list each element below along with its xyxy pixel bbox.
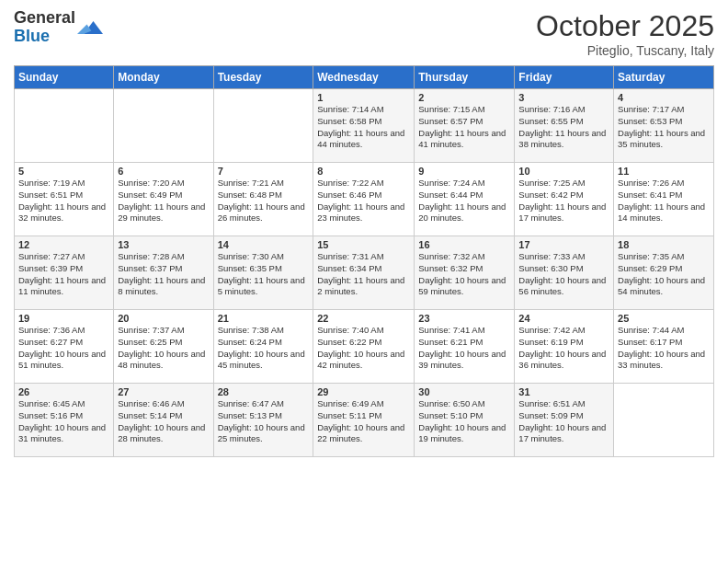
day-number: 14 [218,239,310,250]
day-number: 6 [118,166,209,177]
day-info: Sunrise: 7:37 AM Sunset: 6:25 PM Dayligh… [118,325,209,372]
day-number: 20 [118,313,209,324]
day-number: 26 [18,386,109,397]
calendar-cell [614,384,714,457]
day-info: Sunrise: 6:47 AM Sunset: 5:13 PM Dayligh… [218,398,310,445]
day-info: Sunrise: 6:46 AM Sunset: 5:14 PM Dayligh… [118,398,209,445]
day-info: Sunrise: 7:27 AM Sunset: 6:39 PM Dayligh… [18,251,109,298]
day-info: Sunrise: 7:24 AM Sunset: 6:44 PM Dayligh… [418,178,510,224]
logo: General Blue [14,9,103,46]
col-header-wednesday: Wednesday [313,66,415,89]
calendar-cell: 21Sunrise: 7:38 AM Sunset: 6:24 PM Dayli… [213,310,313,384]
day-number: 13 [118,239,209,250]
calendar-header-row: SundayMondayTuesdayWednesdayThursdayFrid… [15,66,714,89]
day-info: Sunrise: 7:44 AM Sunset: 6:17 PM Dayligh… [618,325,710,372]
calendar-week-0: 1Sunrise: 7:14 AM Sunset: 6:58 PM Daylig… [15,89,714,163]
day-number: 18 [618,239,710,250]
col-header-saturday: Saturday [614,66,714,89]
day-info: Sunrise: 7:41 AM Sunset: 6:21 PM Dayligh… [418,325,510,372]
day-number: 8 [317,166,410,177]
calendar-cell: 13Sunrise: 7:28 AM Sunset: 6:37 PM Dayli… [114,236,213,310]
day-number: 10 [518,166,609,177]
day-info: Sunrise: 7:25 AM Sunset: 6:42 PM Dayligh… [518,178,609,224]
day-info: Sunrise: 7:20 AM Sunset: 6:49 PM Dayligh… [118,178,209,224]
calendar-cell: 30Sunrise: 6:50 AM Sunset: 5:10 PM Dayli… [415,384,515,457]
logo-icon [77,15,103,40]
logo-general: General [14,8,75,27]
day-number: 3 [518,92,609,103]
calendar-cell: 19Sunrise: 7:36 AM Sunset: 6:27 PM Dayli… [15,310,114,384]
calendar-cell: 7Sunrise: 7:21 AM Sunset: 6:48 PM Daylig… [213,163,313,236]
calendar-cell: 1Sunrise: 7:14 AM Sunset: 6:58 PM Daylig… [313,89,415,163]
calendar-table: SundayMondayTuesdayWednesdayThursdayFrid… [14,65,714,457]
day-info: Sunrise: 7:38 AM Sunset: 6:24 PM Dayligh… [218,325,310,372]
calendar-cell [114,89,213,163]
day-number: 9 [418,166,510,177]
day-info: Sunrise: 7:19 AM Sunset: 6:51 PM Dayligh… [18,178,109,224]
day-info: Sunrise: 7:22 AM Sunset: 6:46 PM Dayligh… [317,178,410,224]
day-info: Sunrise: 7:26 AM Sunset: 6:41 PM Dayligh… [618,178,710,224]
calendar-cell: 24Sunrise: 7:42 AM Sunset: 6:19 PM Dayli… [515,310,614,384]
day-info: Sunrise: 7:33 AM Sunset: 6:30 PM Dayligh… [518,251,609,298]
day-info: Sunrise: 7:15 AM Sunset: 6:57 PM Dayligh… [418,104,510,151]
calendar-cell [15,89,114,163]
calendar-cell: 3Sunrise: 7:16 AM Sunset: 6:55 PM Daylig… [515,89,614,163]
calendar-cell: 18Sunrise: 7:35 AM Sunset: 6:29 PM Dayli… [614,236,714,310]
day-info: Sunrise: 7:31 AM Sunset: 6:34 PM Dayligh… [317,251,410,298]
day-info: Sunrise: 7:14 AM Sunset: 6:58 PM Dayligh… [317,104,410,151]
calendar-cell: 20Sunrise: 7:37 AM Sunset: 6:25 PM Dayli… [114,310,213,384]
day-number: 2 [418,92,510,103]
day-info: Sunrise: 6:51 AM Sunset: 5:09 PM Dayligh… [518,398,609,445]
calendar-cell: 8Sunrise: 7:22 AM Sunset: 6:46 PM Daylig… [313,163,415,236]
calendar-week-4: 26Sunrise: 6:45 AM Sunset: 5:16 PM Dayli… [15,384,714,457]
month-title: October 2025 [536,9,714,43]
calendar-cell [213,89,313,163]
calendar-cell: 31Sunrise: 6:51 AM Sunset: 5:09 PM Dayli… [515,384,614,457]
day-number: 31 [518,386,609,397]
calendar-week-3: 19Sunrise: 7:36 AM Sunset: 6:27 PM Dayli… [15,310,714,384]
day-info: Sunrise: 6:45 AM Sunset: 5:16 PM Dayligh… [18,398,109,445]
day-info: Sunrise: 7:36 AM Sunset: 6:27 PM Dayligh… [18,325,109,372]
calendar-cell: 10Sunrise: 7:25 AM Sunset: 6:42 PM Dayli… [515,163,614,236]
calendar-cell: 15Sunrise: 7:31 AM Sunset: 6:34 PM Dayli… [313,236,415,310]
day-info: Sunrise: 7:32 AM Sunset: 6:32 PM Dayligh… [418,251,510,298]
day-number: 15 [317,239,410,250]
day-number: 11 [618,166,710,177]
day-number: 12 [18,239,109,250]
calendar-cell: 11Sunrise: 7:26 AM Sunset: 6:41 PM Dayli… [614,163,714,236]
page-header: General Blue October 2025 Piteglio, Tusc… [14,9,714,58]
calendar-cell: 5Sunrise: 7:19 AM Sunset: 6:51 PM Daylig… [15,163,114,236]
title-block: October 2025 Piteglio, Tuscany, Italy [536,9,714,58]
calendar-cell: 9Sunrise: 7:24 AM Sunset: 6:44 PM Daylig… [415,163,515,236]
day-number: 16 [418,239,510,250]
calendar-cell: 16Sunrise: 7:32 AM Sunset: 6:32 PM Dayli… [415,236,515,310]
logo-blue: Blue [14,27,50,45]
day-number: 7 [218,166,310,177]
day-info: Sunrise: 7:30 AM Sunset: 6:35 PM Dayligh… [218,251,310,298]
col-header-sunday: Sunday [15,66,114,89]
col-header-friday: Friday [515,66,614,89]
col-header-tuesday: Tuesday [213,66,313,89]
day-info: Sunrise: 6:50 AM Sunset: 5:10 PM Dayligh… [418,398,510,445]
day-number: 24 [518,313,609,324]
day-info: Sunrise: 7:28 AM Sunset: 6:37 PM Dayligh… [118,251,209,298]
col-header-thursday: Thursday [415,66,515,89]
day-number: 25 [618,313,710,324]
calendar-cell: 25Sunrise: 7:44 AM Sunset: 6:17 PM Dayli… [614,310,714,384]
calendar-week-2: 12Sunrise: 7:27 AM Sunset: 6:39 PM Dayli… [15,236,714,310]
calendar-cell: 17Sunrise: 7:33 AM Sunset: 6:30 PM Dayli… [515,236,614,310]
day-number: 19 [18,313,109,324]
col-header-monday: Monday [114,66,213,89]
calendar-cell: 29Sunrise: 6:49 AM Sunset: 5:11 PM Dayli… [313,384,415,457]
calendar-cell: 26Sunrise: 6:45 AM Sunset: 5:16 PM Dayli… [15,384,114,457]
calendar-cell: 6Sunrise: 7:20 AM Sunset: 6:49 PM Daylig… [114,163,213,236]
calendar-cell: 22Sunrise: 7:40 AM Sunset: 6:22 PM Dayli… [313,310,415,384]
day-info: Sunrise: 7:40 AM Sunset: 6:22 PM Dayligh… [317,325,410,372]
calendar-cell: 14Sunrise: 7:30 AM Sunset: 6:35 PM Dayli… [213,236,313,310]
day-number: 1 [317,92,410,103]
day-number: 28 [218,386,310,397]
day-number: 17 [518,239,609,250]
calendar-cell: 4Sunrise: 7:17 AM Sunset: 6:53 PM Daylig… [614,89,714,163]
day-number: 22 [317,313,410,324]
day-info: Sunrise: 7:17 AM Sunset: 6:53 PM Dayligh… [618,104,710,151]
